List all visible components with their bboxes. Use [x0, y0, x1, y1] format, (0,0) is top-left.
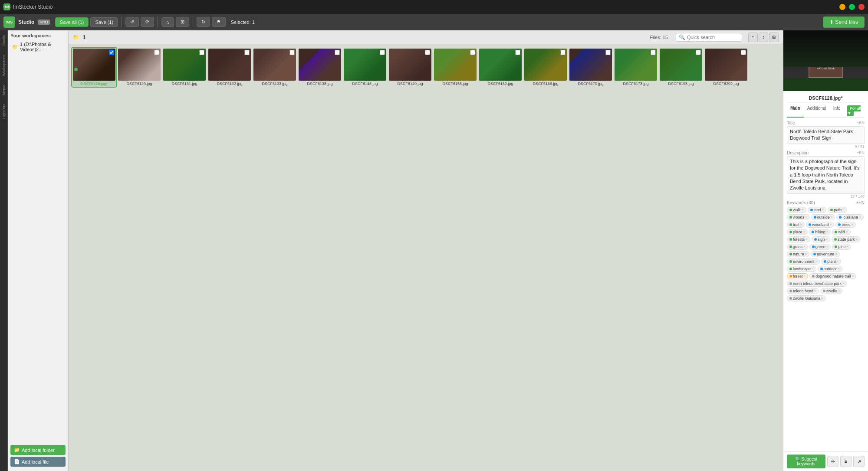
keyword-remove[interactable]: × — [814, 289, 816, 293]
search-box[interactable]: 🔍 — [676, 33, 742, 42]
refresh-button[interactable]: ↺ — [125, 17, 139, 27]
thumbnail-checkbox[interactable] — [109, 50, 114, 55]
keyword-tag[interactable]: state park× — [832, 236, 860, 242]
flag-button[interactable]: ⚑ — [212, 17, 226, 27]
sync-button[interactable]: ⟳ — [141, 17, 154, 27]
keyword-remove[interactable]: × — [842, 208, 845, 212]
list-icon-button[interactable]: ≡ — [840, 456, 852, 467]
thumbnail-item[interactable]: DSCF6129.jpg — [117, 48, 161, 87]
lightbox-side-label[interactable]: Lightbox — [2, 104, 6, 119]
keyword-remove[interactable]: × — [837, 259, 839, 263]
thumbnail-checkbox[interactable] — [470, 50, 475, 55]
keyword-remove[interactable]: × — [815, 259, 818, 263]
workspace-item[interactable]: 📁 1 (D:\Photos & Videos)2... — [10, 41, 66, 53]
keyword-tag[interactable]: land× — [808, 207, 827, 213]
thumbnail-checkbox[interactable] — [380, 50, 385, 55]
keyword-tag[interactable]: woods× — [787, 214, 810, 220]
keyword-remove[interactable]: × — [806, 237, 808, 241]
keyword-remove[interactable]: × — [842, 281, 845, 285]
keyword-remove[interactable]: × — [805, 252, 807, 256]
keyword-remove[interactable]: × — [831, 215, 833, 219]
keyword-remove[interactable]: × — [825, 237, 828, 241]
keyword-remove[interactable]: × — [826, 245, 829, 249]
thumbnail-checkbox[interactable] — [154, 50, 159, 55]
keyword-remove[interactable]: × — [802, 208, 804, 212]
keyword-tag[interactable]: path× — [828, 207, 847, 213]
keyword-tag[interactable]: toledo bend× — [787, 288, 819, 294]
keyword-tag[interactable]: forest× — [787, 273, 808, 279]
studio-side-label[interactable]: Studio — [2, 35, 6, 46]
thumbnail-item[interactable]: DSCF6162.jpg — [478, 48, 523, 87]
keyword-tag[interactable]: place× — [787, 229, 808, 235]
keyword-remove[interactable]: × — [846, 245, 848, 249]
keyword-tag[interactable]: zwolle× — [820, 288, 843, 294]
thumbnail-item[interactable]: DSCF6133.jpg — [253, 48, 297, 87]
keyword-remove[interactable]: × — [838, 267, 840, 271]
thumbnail-item[interactable]: DSCF6132.jpg — [207, 48, 252, 87]
keyword-tag[interactable]: adventure× — [811, 251, 840, 257]
memo-side-label[interactable]: Memo — [2, 85, 6, 95]
keyword-remove[interactable]: × — [852, 274, 854, 278]
keyword-remove[interactable]: × — [804, 274, 806, 278]
keyword-remove[interactable]: × — [830, 222, 832, 226]
thumbnail-checkbox[interactable] — [515, 50, 520, 55]
keyword-remove[interactable]: × — [822, 208, 824, 212]
keyword-tag[interactable]: pine× — [832, 244, 851, 250]
keyword-remove[interactable]: × — [855, 237, 858, 241]
save-all-button[interactable]: Save all (1) — [55, 17, 89, 27]
grid-button[interactable]: ⊞ — [176, 17, 189, 27]
keyword-tag[interactable]: wild× — [832, 229, 850, 235]
edit-icon-button[interactable]: ✏ — [827, 456, 838, 467]
thumbnail-item[interactable]: DSCF6173.jpg — [614, 48, 658, 87]
keyword-remove[interactable]: × — [835, 252, 837, 256]
thumbnail-checkbox[interactable] — [651, 50, 656, 55]
keyword-tag[interactable]: dogwood nature trail× — [809, 273, 856, 279]
tab-main[interactable]: Main — [787, 105, 804, 118]
save-button[interactable]: Save (1) — [90, 17, 118, 27]
thumbnail-item[interactable]: DSCF6198.jpg — [659, 48, 703, 87]
keyword-tag[interactable]: plant× — [821, 258, 841, 265]
keyword-tag[interactable]: trail× — [787, 222, 805, 228]
thumbnail-item[interactable]: DSCF6138.jpg — [298, 48, 342, 87]
search-input[interactable] — [687, 35, 739, 40]
thumbnail-item[interactable]: DSCF6146.jpg — [343, 48, 387, 87]
keyword-tag[interactable]: walk× — [787, 207, 806, 213]
keyword-remove[interactable]: × — [800, 222, 802, 226]
description-value[interactable]: This is a photograph of the sign for the… — [787, 156, 865, 194]
keyword-tag[interactable]: environment× — [787, 258, 820, 265]
desc-edit-btn[interactable]: +EN — [857, 150, 865, 155]
sort-button[interactable]: ↕ — [759, 33, 768, 42]
keyword-tag[interactable]: louisiana× — [836, 214, 863, 220]
keyword-remove[interactable]: × — [821, 296, 823, 300]
thumbnail-item[interactable]: DSCF6149.jpg — [388, 48, 432, 87]
close-button[interactable] — [858, 4, 865, 10]
keywords-edit-btn[interactable]: +EN — [856, 200, 865, 205]
workspaces-side-label[interactable]: Workspaces — [2, 55, 6, 76]
grid-view-button[interactable]: ⊞ — [769, 33, 779, 42]
export-icon-button[interactable]: ↗ — [853, 456, 865, 467]
thumbnail-checkbox[interactable] — [244, 50, 250, 55]
thumbnail-item[interactable]: DSCF6170.jpg — [569, 48, 613, 87]
keyword-tag[interactable]: green× — [809, 244, 831, 250]
keyword-tag[interactable]: zwolle louisiana× — [787, 295, 826, 301]
filter-button[interactable]: ≡ — [748, 33, 758, 42]
thumbnail-checkbox[interactable] — [741, 50, 746, 55]
keyword-tag[interactable]: trees× — [835, 222, 856, 228]
keyword-remove[interactable]: × — [851, 222, 853, 226]
keyword-tag[interactable]: woodland× — [806, 222, 834, 228]
keyword-remove[interactable]: × — [805, 215, 807, 219]
add-local-folder-button[interactable]: 📁 Add local folder — [10, 445, 66, 455]
thumbnail-checkbox[interactable] — [605, 50, 611, 55]
thumbnail-item[interactable]: DSCF6156.jpg — [433, 48, 477, 87]
thumbnail-checkbox[interactable] — [335, 50, 340, 55]
keyword-tag[interactable]: north toledo bend state park× — [787, 281, 847, 287]
thumbnail-item[interactable]: DSCF6128.jpg* — [72, 48, 116, 87]
home-button[interactable]: ⌂ — [161, 17, 174, 27]
thumbnail-checkbox[interactable] — [289, 50, 295, 55]
keyword-remove[interactable]: × — [803, 245, 806, 249]
keyword-tag[interactable]: hiking× — [809, 229, 831, 235]
tab-additional[interactable]: Additional — [804, 105, 830, 118]
keyword-remove[interactable]: × — [838, 289, 840, 293]
keyword-remove[interactable]: × — [803, 230, 806, 234]
rotate-button[interactable]: ↻ — [197, 17, 210, 27]
